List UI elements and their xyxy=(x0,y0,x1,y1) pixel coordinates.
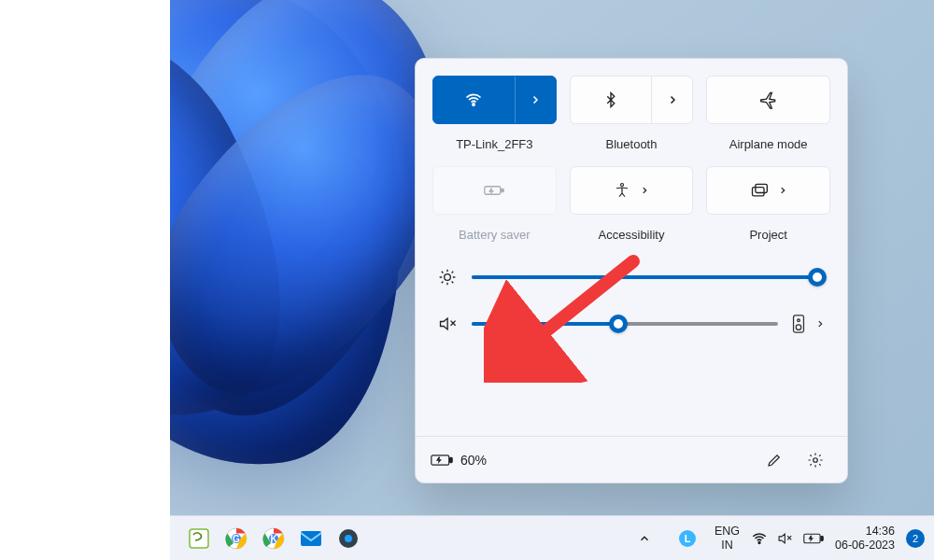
accessibility-icon xyxy=(614,182,630,199)
quick-settings-panel: TP-Link_2FF3 Bluetooth Airplane mode xyxy=(415,58,848,483)
app-chrome-2[interactable]: K xyxy=(258,523,290,554)
bluetooth-arrow[interactable] xyxy=(651,77,692,123)
language-top: ENG xyxy=(715,525,740,538)
tray-status-icons[interactable] xyxy=(751,530,824,547)
language-bottom: IN xyxy=(715,539,740,552)
wifi-arrow[interactable] xyxy=(515,77,556,123)
tile-project[interactable] xyxy=(706,166,830,215)
edit-quick-settings-button[interactable] xyxy=(757,443,791,477)
battery-level-text: 60% xyxy=(460,453,487,468)
app-mail[interactable] xyxy=(295,523,327,554)
svg-point-0 xyxy=(473,104,474,105)
bluetooth-icon[interactable] xyxy=(571,77,652,123)
quick-settings-grid: TP-Link_2FF3 Bluetooth Airplane mode xyxy=(416,59,847,259)
tile-label-wifi: TP-Link_2FF3 xyxy=(432,130,557,161)
tray-lync[interactable]: L xyxy=(672,523,703,554)
svg-rect-20 xyxy=(301,531,321,546)
tile-accessibility[interactable] xyxy=(570,166,694,215)
svg-point-8 xyxy=(798,319,800,322)
tray-language[interactable]: ENG IN xyxy=(715,525,740,552)
svg-point-9 xyxy=(796,325,800,329)
volume-flyout-arrow[interactable] xyxy=(815,319,825,329)
svg-rect-2 xyxy=(502,189,504,191)
airplane-icon xyxy=(759,91,778,109)
taskbar: G K L ENG IN 14:36 06-06-2023 xyxy=(170,515,934,560)
notifications-count: 2 xyxy=(913,533,918,544)
tile-label-battery-saver: Battery saver xyxy=(432,220,557,251)
volume-muted-icon[interactable] xyxy=(438,315,459,333)
svg-point-22 xyxy=(345,535,352,542)
wifi-icon xyxy=(751,530,768,547)
svg-rect-13 xyxy=(190,529,208,548)
svg-text:G: G xyxy=(233,534,240,544)
svg-rect-4 xyxy=(752,188,764,196)
app-chrome-1[interactable]: G xyxy=(220,523,252,554)
clock-date: 06-06-2023 xyxy=(835,539,895,552)
chevron-right-icon xyxy=(640,186,649,195)
notifications-badge[interactable]: 2 xyxy=(906,529,925,548)
svg-point-6 xyxy=(445,274,451,281)
project-icon xyxy=(750,182,769,199)
svg-text:K: K xyxy=(270,534,277,544)
tile-label-airplane: Airplane mode xyxy=(706,130,830,161)
tray-clock[interactable]: 14:36 06-06-2023 xyxy=(835,525,895,552)
svg-point-12 xyxy=(814,457,818,462)
svg-rect-5 xyxy=(755,184,767,192)
battery-charging-icon xyxy=(803,532,824,545)
svg-rect-27 xyxy=(821,536,823,540)
taskbar-apps: G K xyxy=(183,523,364,554)
brightness-slider[interactable] xyxy=(472,275,825,279)
battery-saver-icon xyxy=(484,182,504,199)
volume-muted-icon xyxy=(777,531,794,546)
tile-label-bluetooth: Bluetooth xyxy=(570,130,694,161)
app-settings[interactable] xyxy=(333,523,364,554)
svg-point-3 xyxy=(620,184,623,187)
quick-settings-footer: 60% xyxy=(416,436,847,483)
svg-text:L: L xyxy=(685,533,691,544)
tile-wifi[interactable] xyxy=(432,76,557,124)
desktop-wallpaper: TP-Link_2FF3 Bluetooth Airplane mode xyxy=(170,0,934,560)
quick-settings-sliders xyxy=(416,259,847,350)
wifi-icon[interactable] xyxy=(433,77,515,123)
battery-charging-icon xyxy=(431,453,453,468)
tile-label-accessibility: Accessibility xyxy=(570,220,694,251)
brightness-row xyxy=(438,268,825,287)
tile-label-project: Project xyxy=(706,220,830,251)
clock-time: 14:36 xyxy=(835,525,895,538)
chevron-right-icon xyxy=(778,186,787,195)
battery-status[interactable]: 60% xyxy=(431,453,487,468)
tile-bluetooth[interactable] xyxy=(570,76,694,124)
brightness-icon[interactable] xyxy=(438,268,459,287)
volume-slider[interactable] xyxy=(472,322,778,326)
svg-rect-11 xyxy=(450,457,453,462)
settings-button[interactable] xyxy=(799,443,832,477)
tile-battery-saver xyxy=(432,166,557,215)
tray-overflow[interactable] xyxy=(629,523,660,554)
app-notepadpp[interactable] xyxy=(183,523,215,554)
svg-point-25 xyxy=(758,541,760,543)
speaker-device-icon[interactable] xyxy=(791,315,806,333)
volume-row xyxy=(438,315,825,333)
tile-airplane[interactable] xyxy=(706,76,830,124)
system-tray: L ENG IN 14:36 06-06-2023 2 xyxy=(629,523,925,554)
